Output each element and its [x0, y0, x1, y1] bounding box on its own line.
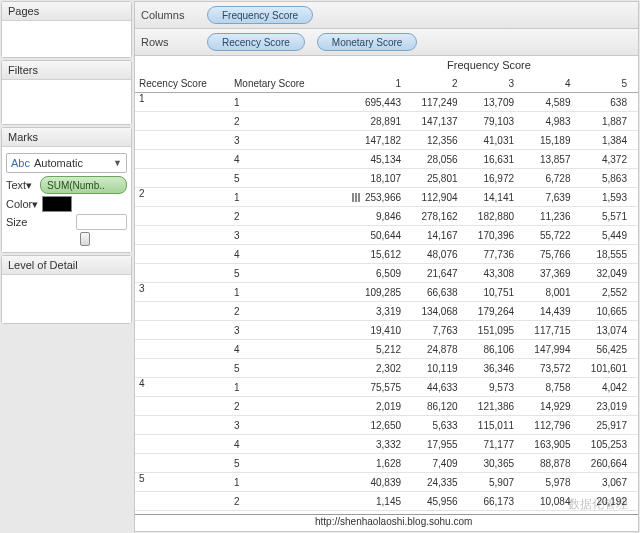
value-cell: 14,167 [412, 226, 468, 245]
value-cell: 21,647 [412, 264, 468, 283]
marks-card: Marks Abc Automatic ▼ Text▾ SUM(Numb.. C… [1, 127, 132, 253]
filters-shelf[interactable] [2, 80, 131, 124]
rows-pill-1[interactable]: Recency Score [207, 33, 305, 51]
value-cell: 7,409 [412, 454, 468, 473]
slider-thumb-icon[interactable] [80, 232, 90, 246]
value-cell: 36,346 [469, 359, 525, 378]
value-cell: 66,638 [412, 283, 468, 302]
monetary-cell: 5 [230, 169, 340, 188]
bar-chart-icon [352, 193, 362, 202]
color-swatch[interactable] [42, 196, 72, 212]
value-cell: 13,709 [469, 93, 525, 112]
filters-card: Filters [1, 60, 132, 125]
value-cell: 278,162 [412, 207, 468, 226]
monetary-cell: 1 [230, 283, 340, 302]
crosstab: Frequency Score Recency ScoreMonetary Sc… [135, 56, 638, 531]
value-cell: 37,369 [525, 264, 581, 283]
monetary-cell: 5 [230, 454, 340, 473]
value-cell: 30,365 [469, 454, 525, 473]
columns-shelf[interactable]: Columns Frequency Score [135, 2, 638, 29]
value-cell: 3,067 [582, 473, 639, 492]
value-cell: 14,141 [469, 188, 525, 207]
monetary-cell: 4 [230, 340, 340, 359]
value-cell: 13,857 [525, 150, 581, 169]
value-cell: 48,076 [412, 245, 468, 264]
value-cell: 695,443 [340, 93, 412, 112]
value-cell: 9,846 [340, 207, 412, 226]
value-cell: 45,134 [340, 150, 412, 169]
value-cell: 20,192 [582, 492, 639, 511]
value-cell: 24,335 [412, 473, 468, 492]
lod-shelf[interactable] [2, 275, 131, 323]
recency-cell [135, 112, 230, 131]
col-header: 2 [412, 74, 468, 93]
value-cell: 4,589 [525, 93, 581, 112]
value-cell: 3,319 [340, 302, 412, 321]
columns-pill[interactable]: Frequency Score [207, 6, 313, 24]
value-cell: 77,736 [469, 245, 525, 264]
value-cell: 179,264 [469, 302, 525, 321]
monetary-cell: 2 [230, 492, 340, 511]
recency-cell [135, 416, 230, 435]
value-cell: 147,994 [525, 340, 581, 359]
value-cell: 147,137 [412, 112, 468, 131]
value-cell: 10,084 [525, 492, 581, 511]
value-cell: 1,593 [582, 188, 639, 207]
recency-cell [135, 131, 230, 150]
value-cell: 1,628 [340, 454, 412, 473]
col-header: 5 [582, 74, 639, 93]
value-cell: 2,302 [340, 359, 412, 378]
value-cell: 32,049 [582, 264, 639, 283]
pages-shelf[interactable] [2, 21, 131, 57]
value-cell: 253,966 [340, 188, 412, 207]
monetary-cell: 5 [230, 264, 340, 283]
monetary-cell: 3 [230, 226, 340, 245]
value-cell: 8,758 [525, 378, 581, 397]
rows-shelf[interactable]: Rows Recency Score Monetary Score [135, 29, 638, 56]
value-cell: 56,425 [582, 340, 639, 359]
recency-cell [135, 264, 230, 283]
value-cell: 2,019 [340, 397, 412, 416]
recency-cell [135, 397, 230, 416]
value-cell: 4,983 [525, 112, 581, 131]
status-url: http://shenhaolaoshi.blog.sohu.com [135, 514, 638, 531]
value-cell: 1,887 [582, 112, 639, 131]
size-slider[interactable] [76, 214, 127, 230]
value-cell: 12,650 [340, 416, 412, 435]
value-cell: 10,665 [582, 302, 639, 321]
value-cell: 170,396 [469, 226, 525, 245]
value-cell: 5,449 [582, 226, 639, 245]
value-cell: 112,904 [412, 188, 468, 207]
value-cell: 6,509 [340, 264, 412, 283]
recency-cell [135, 340, 230, 359]
text-pill[interactable]: SUM(Numb.. [40, 176, 127, 194]
value-cell: 5,978 [525, 473, 581, 492]
recency-cell: 1 [135, 93, 230, 112]
monetary-cell: 2 [230, 207, 340, 226]
mark-type-dropdown[interactable]: Abc Automatic ▼ [6, 153, 127, 173]
value-cell: 18,555 [582, 245, 639, 264]
value-cell: 134,068 [412, 302, 468, 321]
recency-cell: 5 [135, 473, 230, 492]
value-cell: 45,956 [412, 492, 468, 511]
col-header: 4 [525, 74, 581, 93]
value-cell: 101,601 [582, 359, 639, 378]
value-cell: 16,972 [469, 169, 525, 188]
value-cell: 18,107 [340, 169, 412, 188]
value-cell: 41,031 [469, 131, 525, 150]
value-cell: 86,106 [469, 340, 525, 359]
value-cell: 50,644 [340, 226, 412, 245]
recency-cell [135, 302, 230, 321]
value-cell: 12,356 [412, 131, 468, 150]
row-header-1: Recency Score [135, 74, 230, 93]
recency-cell: 4 [135, 378, 230, 397]
value-cell: 7,763 [412, 321, 468, 340]
recency-cell [135, 245, 230, 264]
value-cell: 15,189 [525, 131, 581, 150]
monetary-cell: 4 [230, 245, 340, 264]
value-cell: 112,796 [525, 416, 581, 435]
rows-label: Rows [141, 36, 195, 48]
recency-cell [135, 207, 230, 226]
rows-pill-2[interactable]: Monetary Score [317, 33, 418, 51]
recency-cell [135, 454, 230, 473]
